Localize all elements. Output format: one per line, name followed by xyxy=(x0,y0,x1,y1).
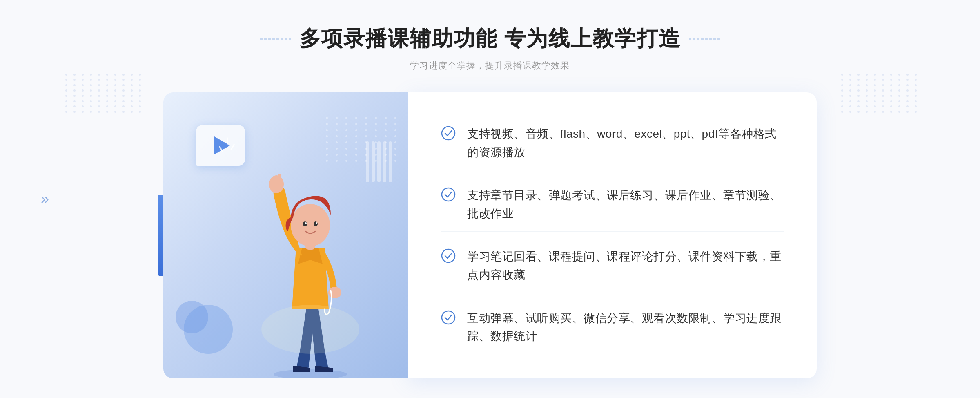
illustration-area: document.write(Array(64).fill('<span></s… xyxy=(163,92,408,378)
svg-point-8 xyxy=(314,221,318,226)
header-section: 多项录播课辅助功能 专为线上教学打造 学习进度全掌握，提升录播课教学效果 xyxy=(260,25,720,72)
left-chevrons: » xyxy=(41,192,49,206)
feature-item-1: 支持视频、音频、flash、word、excel、ppt、pdf等各种格式的资源… xyxy=(441,117,784,170)
circle-large xyxy=(184,305,233,354)
feature-text-1: 支持视频、音频、flash、word、excel、ppt、pdf等各种格式的资源… xyxy=(467,125,784,162)
feature-item-4: 互动弹幕、试听购买、微信分享、观看次数限制、学习进度跟踪、数据统计 xyxy=(441,301,784,354)
svg-point-13 xyxy=(442,188,455,201)
check-icon-2 xyxy=(441,187,456,202)
svg-point-7 xyxy=(303,221,307,226)
check-icon-3 xyxy=(441,248,456,263)
svg-point-9 xyxy=(305,222,307,224)
title-decorator-left xyxy=(260,38,291,40)
feature-text-2: 支持章节目录、弹题考试、课后练习、课后作业、章节测验、批改作业 xyxy=(467,186,784,223)
svg-point-12 xyxy=(442,127,455,140)
check-icon-1 xyxy=(441,126,456,141)
svg-point-15 xyxy=(442,311,455,324)
feature-item-3: 学习笔记回看、课程提问、课程评论打分、课件资料下载，重点内容收藏 xyxy=(441,239,784,293)
title-decorator-right xyxy=(689,38,720,40)
human-figure xyxy=(249,154,372,378)
dots-decoration-left: document.write(Array(80).fill('<span></s… xyxy=(65,74,131,196)
features-panel: 支持视频、音频、flash、word、excel、ppt、pdf等各种格式的资源… xyxy=(408,92,817,378)
svg-point-4 xyxy=(328,287,341,298)
chevron-icon: » xyxy=(41,192,49,206)
svg-point-6 xyxy=(291,204,330,246)
sub-title: 学习进度全掌握，提升录播课教学效果 xyxy=(260,60,720,72)
svg-rect-3 xyxy=(278,174,281,183)
feature-text-4: 互动弹幕、试听购买、微信分享、观看次数限制、学习进度跟踪、数据统计 xyxy=(467,309,784,346)
page-container: document.write(Array(80).fill('<span></s… xyxy=(0,0,980,398)
svg-rect-2 xyxy=(274,176,277,183)
play-bubble xyxy=(196,125,245,166)
dots-decoration-right: document.write(Array(80).fill('<span></s… xyxy=(841,74,906,196)
svg-point-11 xyxy=(261,305,359,354)
svg-point-14 xyxy=(442,249,455,262)
svg-point-10 xyxy=(316,222,317,224)
check-icon-4 xyxy=(441,310,456,325)
feature-text-3: 学习笔记回看、课程提问、课程评论打分、课件资料下载，重点内容收藏 xyxy=(467,248,784,284)
blue-accent-bar xyxy=(158,195,163,276)
main-title: 多项录播课辅助功能 专为线上教学打造 xyxy=(299,25,681,53)
title-row: 多项录播课辅助功能 专为线上教学打造 xyxy=(260,25,720,53)
main-content: document.write(Array(64).fill('<span></s… xyxy=(163,92,817,378)
feature-item-2: 支持章节目录、弹题考试、课后练习、课后作业、章节测验、批改作业 xyxy=(441,178,784,232)
